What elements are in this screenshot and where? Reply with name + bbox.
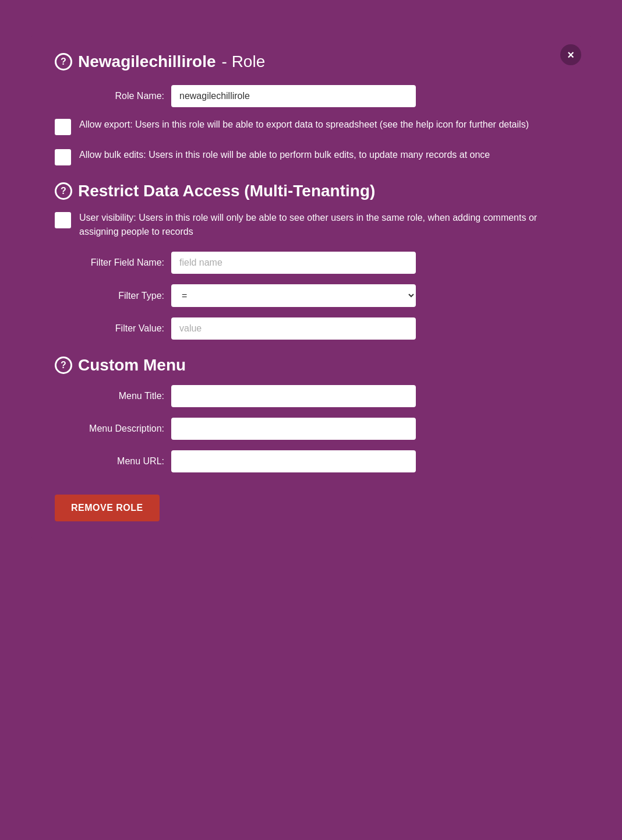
user-visibility-row: User visibility: Users in this role will…: [55, 211, 567, 239]
filter-value-row: Filter Value:: [55, 317, 567, 340]
filter-value-input[interactable]: [171, 317, 416, 340]
allow-export-label: Allow export: Users in this role will be…: [79, 118, 529, 132]
modal-title: ? Newagilechillirole - Role: [55, 52, 567, 71]
role-name-input[interactable]: [171, 85, 416, 107]
filter-type-label: Filter Type:: [55, 291, 171, 301]
menu-url-input[interactable]: [171, 450, 416, 472]
custom-menu-help-icon: ?: [55, 357, 72, 374]
custom-menu-section-title: ? Custom Menu: [55, 356, 567, 375]
close-button[interactable]: ×: [560, 44, 581, 65]
filter-type-select[interactable]: = != > < >= <=: [171, 284, 416, 307]
user-visibility-label: User visibility: Users in this role will…: [79, 211, 567, 239]
allow-bulk-edits-checkbox[interactable]: [55, 149, 71, 165]
menu-url-label: Menu URL:: [55, 456, 171, 467]
role-name-row: Role Name:: [55, 85, 567, 107]
title-normal-part: - Role: [222, 52, 266, 71]
filter-value-label: Filter Value:: [55, 323, 171, 334]
menu-description-input[interactable]: [171, 418, 416, 440]
custom-menu-title-text: Custom Menu: [78, 356, 186, 375]
filter-field-name-input[interactable]: [171, 252, 416, 274]
menu-title-input[interactable]: [171, 385, 416, 407]
allow-bulk-edits-row: Allow bulk edits: Users in this role wil…: [55, 148, 567, 165]
menu-url-row: Menu URL:: [55, 450, 567, 472]
filter-field-name-row: Filter Field Name:: [55, 252, 567, 274]
allow-export-row: Allow export: Users in this role will be…: [55, 118, 567, 135]
restrict-help-icon: ?: [55, 182, 72, 200]
title-help-icon: ?: [55, 53, 72, 70]
menu-description-row: Menu Description:: [55, 418, 567, 440]
remove-role-button[interactable]: REMOVE ROLE: [55, 495, 160, 521]
filter-type-row: Filter Type: = != > < >= <=: [55, 284, 567, 307]
allow-bulk-edits-label: Allow bulk edits: Users in this role wil…: [79, 148, 490, 162]
menu-description-label: Menu Description:: [55, 423, 171, 434]
menu-title-label: Menu Title:: [55, 391, 171, 401]
role-name-label: Role Name:: [55, 91, 171, 101]
allow-export-checkbox[interactable]: [55, 119, 71, 135]
menu-title-row: Menu Title:: [55, 385, 567, 407]
role-modal: × ? Newagilechillirole - Role Role Name:…: [31, 35, 591, 539]
title-bold-part: Newagilechillirole: [78, 52, 216, 71]
restrict-section-title: ? Restrict Data Access (Multi-Tenanting): [55, 182, 567, 200]
modal-overlay: × ? Newagilechillirole - Role Role Name:…: [0, 23, 622, 550]
user-visibility-checkbox[interactable]: [55, 212, 71, 228]
filter-field-name-label: Filter Field Name:: [55, 257, 171, 268]
restrict-title-text: Restrict Data Access (Multi-Tenanting): [78, 182, 375, 200]
